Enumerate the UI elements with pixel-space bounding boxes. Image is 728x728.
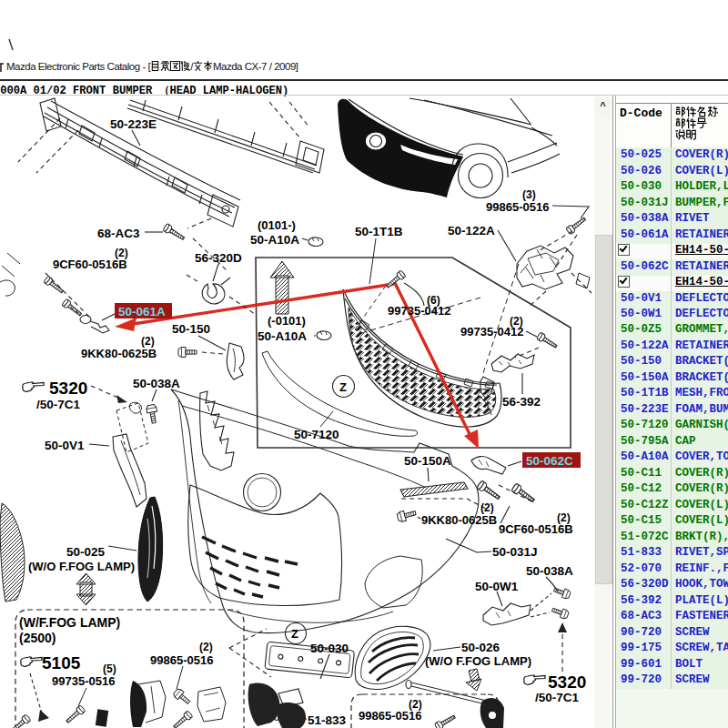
svg-text:56-392: 56-392 xyxy=(502,395,541,409)
svg-text:99735-0412: 99735-0412 xyxy=(460,325,523,339)
svg-text:(W/O F.FOG LAMP): (W/O F.FOG LAMP) xyxy=(425,654,531,668)
svg-text:51-833: 51-833 xyxy=(308,713,347,727)
svg-text:(3): (3) xyxy=(522,188,536,201)
svg-text:50-223E: 50-223E xyxy=(110,117,157,131)
svg-text:(2): (2) xyxy=(199,641,213,653)
svg-text:99735-0412: 99735-0412 xyxy=(388,304,450,318)
svg-text:(0101-): (0101-) xyxy=(258,218,296,232)
svg-text:Z: Z xyxy=(291,627,298,641)
svg-text:50-A10A: 50-A10A xyxy=(258,329,307,343)
svg-text:50-7120: 50-7120 xyxy=(294,428,339,441)
svg-text:99865-0516: 99865-0516 xyxy=(359,709,421,723)
svg-text:9CF60-0516B: 9CF60-0516B xyxy=(53,258,127,271)
svg-text:50-030: 50-030 xyxy=(310,642,349,655)
svg-text:50-038A: 50-038A xyxy=(133,377,180,390)
svg-text:Z: Z xyxy=(339,380,347,394)
svg-text:5320: 5320 xyxy=(548,672,586,692)
svg-text:50-025: 50-025 xyxy=(66,545,106,559)
svg-text:(5): (5) xyxy=(103,662,116,675)
svg-text:(2): (2) xyxy=(141,335,155,348)
svg-text:/50-7C1: /50-7C1 xyxy=(535,691,580,704)
svg-text:50-026: 50-026 xyxy=(461,641,500,654)
svg-text:99865-0516: 99865-0516 xyxy=(150,653,213,667)
svg-text:50-0W1: 50-0W1 xyxy=(475,580,519,593)
svg-text:5320: 5320 xyxy=(49,379,87,398)
svg-text:(2): (2) xyxy=(557,511,571,524)
svg-text:50-061A: 50-061A xyxy=(118,305,166,318)
svg-text:/50-7C1: /50-7C1 xyxy=(36,398,81,411)
svg-text:50-150A: 50-150A xyxy=(404,454,451,468)
svg-text:(2500): (2500) xyxy=(19,631,56,645)
svg-text:9KK80-0625B: 9KK80-0625B xyxy=(81,347,157,360)
svg-text:56-320D: 56-320D xyxy=(195,251,242,265)
svg-text:9KK80-0625B: 9KK80-0625B xyxy=(421,513,497,527)
svg-text:(W/O F.FOG LAMP): (W/O F.FOG LAMP) xyxy=(28,560,135,573)
svg-text:50-A10A: 50-A10A xyxy=(250,233,299,247)
svg-text:50-038A: 50-038A xyxy=(526,564,573,578)
svg-text:9CF60-0516B: 9CF60-0516B xyxy=(499,522,573,536)
svg-text:50-031J: 50-031J xyxy=(492,545,538,559)
svg-text:50-122A: 50-122A xyxy=(448,224,495,238)
svg-text:5105: 5105 xyxy=(42,653,81,672)
svg-text:50-1T1B: 50-1T1B xyxy=(355,225,403,238)
svg-text:50-150: 50-150 xyxy=(172,322,210,336)
svg-text:99735-0516: 99735-0516 xyxy=(52,674,115,688)
svg-text:(2): (2) xyxy=(480,501,494,514)
svg-text:50-0V1: 50-0V1 xyxy=(45,439,85,452)
svg-text:(W/F.FOG LAMP): (W/F.FOG LAMP) xyxy=(19,615,120,630)
svg-text:99865-0516: 99865-0516 xyxy=(486,200,549,214)
svg-text:68-AC3: 68-AC3 xyxy=(97,227,140,240)
svg-text:(-0101): (-0101) xyxy=(268,314,306,328)
svg-text:50-062C: 50-062C xyxy=(526,454,573,468)
